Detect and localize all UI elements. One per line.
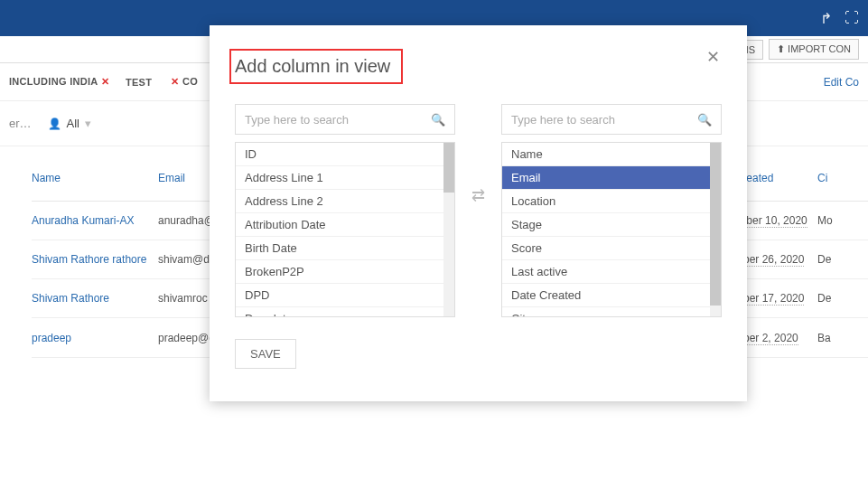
available-column-item[interactable]: Address Line 2 xyxy=(236,190,454,213)
chosen-column-item[interactable]: Date Created xyxy=(502,284,721,307)
chosen-column-item[interactable]: Email xyxy=(502,166,721,190)
available-column-item[interactable]: Due date xyxy=(236,307,454,317)
available-column-item[interactable]: BrokenP2P xyxy=(236,260,454,284)
chosen-column-item[interactable]: Name xyxy=(502,143,721,166)
chosen-columns-panel: 🔍 NameEmailLocationStageScoreLast active… xyxy=(501,104,722,317)
available-search[interactable]: 🔍 xyxy=(235,104,455,135)
chosen-column-item[interactable]: Location xyxy=(502,190,721,213)
chosen-search[interactable]: 🔍 xyxy=(501,104,722,135)
available-column-item[interactable]: Address Line 1 xyxy=(236,166,454,190)
available-columns-panel: 🔍 IDAddress Line 1Address Line 2Attribut… xyxy=(235,104,455,317)
available-column-item[interactable]: Attribution Date xyxy=(236,213,454,237)
chosen-column-item[interactable]: Stage xyxy=(502,213,721,237)
chosen-column-item[interactable]: City xyxy=(502,307,721,317)
chosen-column-item[interactable]: Last active xyxy=(502,260,721,284)
scrollbar-thumb[interactable] xyxy=(710,143,721,306)
modal-title: Add column in view xyxy=(235,56,390,76)
chosen-search-input[interactable] xyxy=(511,113,697,127)
close-icon[interactable]: ✕ xyxy=(706,47,720,67)
scrollbar[interactable] xyxy=(710,143,721,316)
save-button[interactable]: SAVE xyxy=(235,339,296,369)
search-icon: 🔍 xyxy=(431,113,445,127)
available-column-item[interactable]: ID xyxy=(236,143,454,166)
available-column-item[interactable]: Birth Date xyxy=(236,237,454,260)
add-column-modal: ✕ Add column in view 🔍 IDAddress Line 1A… xyxy=(210,25,747,401)
available-search-input[interactable] xyxy=(245,113,431,127)
modal-title-highlight: Add column in view xyxy=(229,49,403,84)
search-icon: 🔍 xyxy=(697,113,712,127)
available-column-item[interactable]: DPD xyxy=(236,284,454,307)
swap-icon[interactable]: ⇄ xyxy=(471,104,485,205)
available-columns-list[interactable]: IDAddress Line 1Address Line 2Attributio… xyxy=(235,142,455,317)
chosen-column-item[interactable]: Score xyxy=(502,237,721,260)
chosen-columns-list[interactable]: NameEmailLocationStageScoreLast activeDa… xyxy=(501,142,722,317)
scrollbar[interactable] xyxy=(443,143,454,316)
scrollbar-thumb[interactable] xyxy=(443,143,454,193)
